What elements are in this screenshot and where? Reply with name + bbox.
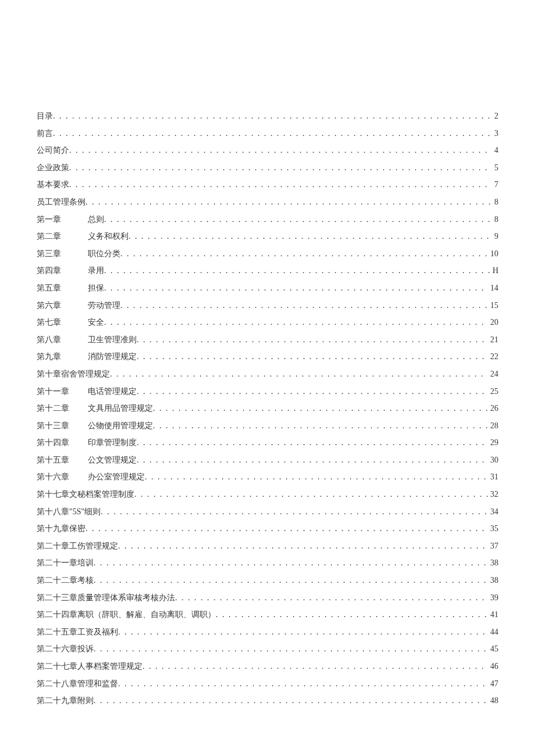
chapter-title: 印章管理制度 bbox=[88, 437, 137, 449]
dot-leader bbox=[104, 317, 488, 328]
chapter-title: 第十八章"5S"细则 bbox=[37, 506, 101, 518]
chapter-label: 第二章 bbox=[37, 231, 88, 242]
toc-entry: 企业政策5 bbox=[37, 162, 498, 174]
dot-leader bbox=[104, 265, 490, 277]
dot-leader bbox=[120, 248, 488, 260]
dot-leader bbox=[69, 162, 492, 174]
chapter-title: 办公室管理规定 bbox=[88, 471, 145, 483]
dot-leader bbox=[118, 626, 488, 638]
chapter-title: 第二十九章附则 bbox=[37, 695, 94, 707]
dot-leader bbox=[104, 282, 488, 294]
dot-leader bbox=[129, 231, 492, 242]
chapter-title: 第二十四章离职（辞职、解雇、自动离职、调职） bbox=[37, 609, 216, 621]
toc-entry: 第二十七章人事档案管理规定46 bbox=[37, 661, 498, 672]
page-number: 2 bbox=[492, 110, 498, 122]
toc-entry: 第十一章电话管理规定25 bbox=[37, 386, 498, 397]
chapter-label: 第九章 bbox=[37, 351, 88, 363]
page-number: 45 bbox=[488, 643, 498, 655]
chapter-title: 卫生管理准则 bbox=[88, 334, 137, 346]
chapter-title: 基本要求 bbox=[37, 179, 69, 191]
dot-leader bbox=[142, 661, 488, 672]
toc-entry: 第二十三章质量管理体系审核考核办法39 bbox=[37, 592, 498, 604]
page-number: 29 bbox=[488, 437, 498, 449]
toc-entry: 第十二章文具用品管理规定26 bbox=[37, 403, 498, 414]
page-number: 35 bbox=[488, 523, 498, 535]
page-number: 9 bbox=[492, 231, 498, 242]
dot-leader bbox=[118, 540, 488, 552]
dot-leader bbox=[101, 506, 488, 518]
dot-leader bbox=[137, 386, 488, 397]
chapter-label: 第三章 bbox=[37, 248, 88, 260]
page-number: 37 bbox=[488, 540, 498, 552]
dot-leader bbox=[137, 334, 488, 346]
page-number: 46 bbox=[488, 661, 498, 672]
dot-leader bbox=[94, 557, 488, 569]
chapter-label: 第七章 bbox=[37, 317, 88, 328]
page-number: 5 bbox=[492, 162, 498, 174]
page-number: 28 bbox=[488, 420, 498, 432]
toc-entry: 第三章职位分类10 bbox=[37, 248, 498, 260]
chapter-label: 第一章 bbox=[37, 214, 88, 225]
chapter-title: 第二十八章管理和监督 bbox=[37, 678, 118, 690]
dot-leader bbox=[110, 368, 488, 380]
dot-leader bbox=[137, 437, 488, 449]
toc-entry: 第十三章公物使用管理规定28 bbox=[37, 420, 498, 432]
toc-entry: 第五章担保14 bbox=[37, 282, 498, 294]
table-of-contents: 目录2前言3公司简介4企业政策5基本要求7员工管理条例8第一章总则8第二章义务和… bbox=[37, 110, 498, 707]
toc-entry: 员工管理条例8 bbox=[37, 196, 498, 208]
page-number: H bbox=[490, 265, 498, 277]
chapter-title: 公物使用管理规定 bbox=[88, 420, 153, 432]
toc-entry: 第七章安全20 bbox=[37, 317, 498, 328]
chapter-title: 消防管理规定 bbox=[88, 351, 137, 363]
toc-entry: 第二十二章考核38 bbox=[37, 575, 498, 586]
dot-leader bbox=[137, 454, 488, 466]
chapter-title: 公文管理规定 bbox=[88, 454, 137, 466]
page-number: 22 bbox=[488, 351, 498, 363]
chapter-title: 担保 bbox=[88, 282, 104, 294]
dot-leader bbox=[69, 179, 492, 191]
toc-entry: 第十八章"5S"细则34 bbox=[37, 506, 498, 518]
chapter-title: 第二十三章质量管理体系审核考核办法 bbox=[37, 592, 175, 604]
page-number: 15 bbox=[488, 300, 498, 311]
page-number: 39 bbox=[488, 592, 498, 604]
toc-entry: 第十四章印章管理制度29 bbox=[37, 437, 498, 449]
dot-leader bbox=[94, 643, 488, 655]
page-number: 24 bbox=[488, 368, 498, 380]
chapter-title: 企业政策 bbox=[37, 162, 69, 174]
dot-leader bbox=[145, 471, 488, 483]
toc-entry: 第二十八章管理和监督47 bbox=[37, 678, 498, 690]
page-number: 10 bbox=[488, 248, 498, 260]
toc-entry: 第四章录用H bbox=[37, 265, 498, 277]
toc-entry: 目录2 bbox=[37, 110, 498, 122]
page-number: 8 bbox=[492, 214, 498, 225]
toc-entry: 第二十六章投诉45 bbox=[37, 643, 498, 655]
dot-leader bbox=[53, 128, 492, 139]
chapter-label: 第十二章 bbox=[37, 403, 88, 414]
dot-leader bbox=[104, 214, 492, 225]
toc-entry: 第二十章工伤管理规定37 bbox=[37, 540, 498, 552]
page-number: 8 bbox=[492, 196, 498, 208]
chapter-title: 义务和权利 bbox=[88, 231, 129, 242]
toc-entry: 第二十九章附则48 bbox=[37, 695, 498, 707]
chapter-label: 第六章 bbox=[37, 300, 88, 311]
toc-entry: 基本要求7 bbox=[37, 179, 498, 191]
page-number: 21 bbox=[488, 334, 498, 346]
chapter-label: 第十五章 bbox=[37, 454, 88, 466]
dot-leader bbox=[94, 695, 488, 707]
chapter-title: 职位分类 bbox=[88, 248, 120, 260]
page-number: 47 bbox=[488, 678, 498, 690]
chapter-title: 目录 bbox=[37, 110, 53, 122]
dot-leader bbox=[85, 196, 492, 208]
chapter-title: 劳动管理 bbox=[88, 300, 120, 311]
chapter-title: 第二十六章投诉 bbox=[37, 643, 94, 655]
chapter-title: 第十九章保密 bbox=[37, 523, 85, 535]
chapter-title: 第二十七章人事档案管理规定 bbox=[37, 661, 142, 672]
page-number: 20 bbox=[488, 317, 498, 328]
toc-entry: 第十章宿舍管理规定24 bbox=[37, 368, 498, 380]
page-number: 25 bbox=[488, 386, 498, 397]
chapter-label: 第四章 bbox=[37, 265, 88, 277]
page-number: 38 bbox=[488, 575, 498, 586]
dot-leader bbox=[85, 523, 488, 535]
toc-entry: 第十七章文秘档案管理制度32 bbox=[37, 489, 498, 500]
toc-entry: 前言3 bbox=[37, 128, 498, 139]
